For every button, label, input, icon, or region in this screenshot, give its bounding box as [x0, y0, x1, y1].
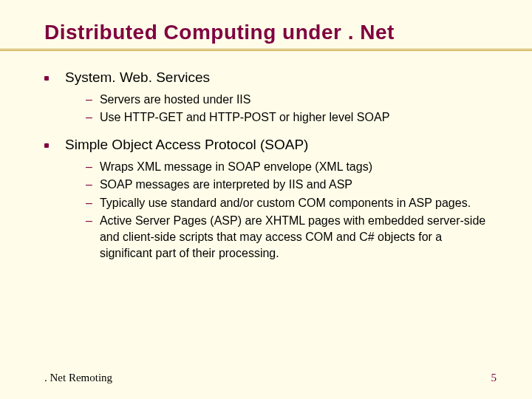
bullet-text: Simple Object Access Protocol (SOAP): [65, 136, 308, 154]
dash-icon: –: [86, 195, 92, 211]
sub-bullet-item: – SOAP messages are interpreted by IIS a…: [86, 177, 497, 193]
sub-bullet-item: – Servers are hosted under IIS: [86, 92, 497, 108]
slide-footer: . Net Remoting 5: [44, 372, 497, 384]
bullet-text: System. Web. Services: [65, 69, 210, 87]
slide-number: 5: [491, 372, 497, 384]
slide: Distributed Computing under . Net System…: [0, 0, 532, 399]
bullet-icon: [44, 143, 49, 148]
sub-bullet-item: – Use HTTP-GET and HTTP-POST or higher l…: [86, 109, 497, 126]
title-underline: [0, 49, 532, 51]
sub-bullet-text: SOAP messages are interpreted by IIS and…: [100, 177, 352, 193]
sub-bullet-text: Use HTTP-GET and HTTP-POST or higher lev…: [100, 109, 389, 126]
sub-bullet-text: Wraps XML message in SOAP envelope (XML …: [100, 159, 372, 175]
sub-bullet-item: – Typically use standard and/or custom C…: [86, 195, 497, 211]
bullet-icon: [44, 76, 49, 81]
sub-bullet-text: Servers are hosted under IIS: [100, 92, 251, 108]
bullet-item: System. Web. Services: [44, 69, 497, 87]
dash-icon: –: [86, 92, 92, 108]
sub-bullet-text: Active Server Pages (ASP) are XHTML page…: [100, 213, 497, 261]
dash-icon: –: [86, 177, 92, 193]
dash-icon: –: [86, 109, 92, 126]
slide-content: System. Web. Services – Servers are host…: [44, 69, 497, 261]
footer-left-text: . Net Remoting: [44, 372, 112, 384]
dash-icon: –: [86, 159, 92, 175]
sub-list: – Wraps XML message in SOAP envelope (XM…: [86, 159, 497, 262]
sub-bullet-item: – Wraps XML message in SOAP envelope (XM…: [86, 159, 497, 175]
sub-list: – Servers are hosted under IIS – Use HTT…: [86, 92, 497, 126]
sub-bullet-item: – Active Server Pages (ASP) are XHTML pa…: [86, 213, 497, 261]
bullet-item: Simple Object Access Protocol (SOAP): [44, 136, 497, 154]
slide-title: Distributed Computing under . Net: [44, 21, 497, 44]
sub-bullet-text: Typically use standard and/or custom COM…: [100, 195, 471, 211]
dash-icon: –: [86, 213, 92, 229]
